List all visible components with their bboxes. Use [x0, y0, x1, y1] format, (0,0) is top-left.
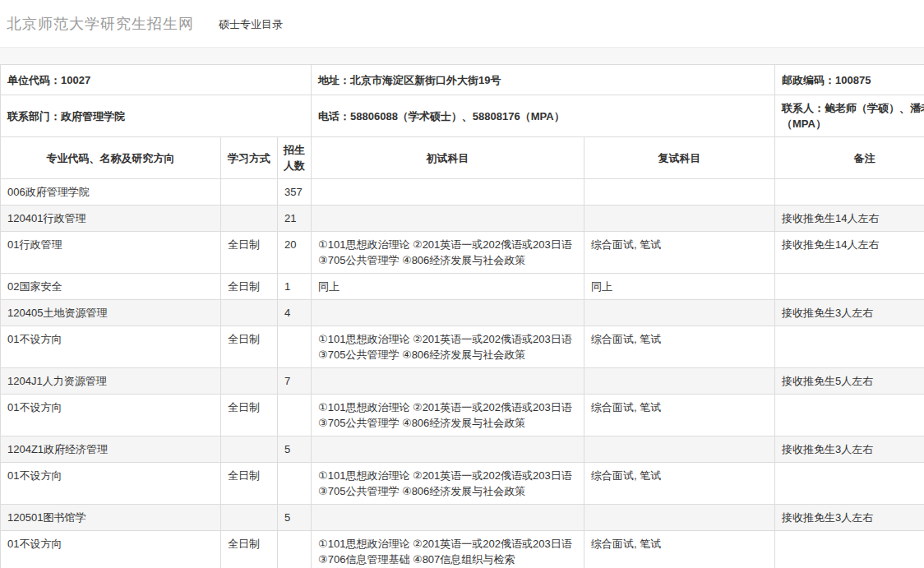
program-name-cell: 120405土地资源管理 — [1, 300, 221, 326]
initial-exam-cell — [312, 505, 584, 531]
col-header-program: 专业代码、名称及研究方向 — [1, 137, 221, 179]
program-name-cell: 1204J1人力资源管理 — [1, 368, 221, 395]
retest-exam-cell: 综合面试, 笔试 — [584, 531, 775, 568]
enrollment-cell: 21 — [278, 205, 312, 232]
initial-exam-cell — [312, 436, 584, 463]
col-header-enrollment: 招生人数 — [278, 137, 312, 179]
catalog-table-body: 单位代码：10027 地址：北京市海淀区新街口外大街19号 邮政编码：10087… — [1, 65, 924, 568]
retest-exam-cell: 综合面试, 笔试 — [584, 395, 775, 436]
table-row: 120405土地资源管理 4 接收推免生3人左右 — [1, 300, 924, 326]
retest-exam-cell — [584, 368, 775, 395]
enrollment-cell: 4 — [278, 300, 312, 326]
retest-exam-cell — [584, 205, 775, 232]
site-header: 北京师范大学研究生招生网 硕士专业目录 — [0, 0, 924, 47]
retest-exam-cell — [584, 505, 775, 531]
initial-exam-cell: ①101思想政治理论 ②201英语一或202俄语或203日语 ③705公共管理学… — [312, 395, 584, 436]
address-cell: 地址：北京市海淀区新街口外大街19号 — [312, 65, 775, 95]
study-mode-cell — [221, 300, 278, 326]
enrollment-cell — [278, 463, 312, 505]
study-mode-cell: 全日制 — [221, 326, 278, 368]
study-mode-cell — [221, 436, 278, 463]
col-header-study-mode: 学习方式 — [221, 137, 278, 179]
phone-cell: 电话：58806088（学术硕士）、58808176（MPA） — [312, 95, 775, 137]
table-header-row: 专业代码、名称及研究方向 学习方式 招生人数 初试科目 复试科目 备注 — [1, 137, 924, 179]
enrollment-cell — [278, 326, 312, 368]
initial-exam-cell: ①101思想政治理论 ②201英语一或202俄语或203日语 ③705公共管理学… — [312, 232, 584, 274]
table-row: 01不设方向 全日制 ①101思想政治理论 ②201英语一或202俄语或203日… — [1, 463, 924, 505]
table-row: 01不设方向 全日制 ①101思想政治理论 ②201英语一或202俄语或203日… — [1, 395, 924, 436]
table-row: 01不设方向 全日制 ①101思想政治理论 ②201英语一或202俄语或203日… — [1, 531, 924, 568]
note-cell: 接收推免生14人左右 — [775, 205, 924, 232]
program-name-cell: 01不设方向 — [1, 395, 221, 436]
note-cell — [775, 395, 924, 436]
initial-exam-cell — [312, 300, 584, 326]
initial-exam-cell: ①101思想政治理论 ②201英语一或202俄语或203日语 ③705公共管理学… — [312, 463, 584, 505]
enrollment-cell — [278, 395, 312, 436]
unit-code-cell: 单位代码：10027 — [1, 65, 312, 95]
enrollment-cell: 357 — [278, 179, 312, 205]
postal-code-cell: 邮政编码：100875 — [775, 65, 924, 95]
table-row: 01行政管理 全日制 20 ①101思想政治理论 ②201英语一或202俄语或2… — [1, 232, 924, 274]
program-name-cell: 120401行政管理 — [1, 205, 221, 232]
initial-exam-cell: ①101思想政治理论 ②201英语一或202俄语或203日语 ③706信息管理基… — [312, 531, 584, 568]
initial-exam-cell: 同上 — [312, 274, 584, 300]
initial-exam-cell — [312, 179, 584, 205]
retest-exam-cell — [584, 436, 775, 463]
retest-exam-cell — [584, 179, 775, 205]
department-cell: 联系部门：政府管理学院 — [1, 95, 312, 137]
study-mode-cell — [221, 368, 278, 395]
col-header-note: 备注 — [775, 137, 924, 179]
study-mode-cell: 全日制 — [221, 232, 278, 274]
col-header-initial-exam: 初试科目 — [312, 137, 584, 179]
table-row: 01不设方向 全日制 ①101思想政治理论 ②201英语一或202俄语或203日… — [1, 326, 924, 368]
program-name-cell: 01不设方向 — [1, 326, 221, 368]
contact-cell: 联系人：鲍老师（学硕）、潘老师（MPA） — [775, 95, 924, 137]
program-name-cell: 01不设方向 — [1, 463, 221, 505]
table-row: 120501图书馆学 5 接收推免生3人左右 — [1, 505, 924, 531]
enrollment-cell: 7 — [278, 368, 312, 395]
catalog-table: 单位代码：10027 地址：北京市海淀区新街口外大街19号 邮政编码：10087… — [0, 64, 924, 568]
initial-exam-cell — [312, 205, 584, 232]
study-mode-cell — [221, 205, 278, 232]
note-cell: 接收推免生3人左右 — [775, 300, 924, 326]
retest-exam-cell: 综合面试, 笔试 — [584, 463, 775, 505]
initial-exam-cell — [312, 368, 584, 395]
retest-exam-cell — [584, 300, 775, 326]
note-cell: 接收推免生5人左右 — [775, 368, 924, 395]
note-cell — [775, 531, 924, 568]
header-divider-band — [0, 47, 924, 64]
study-mode-cell: 全日制 — [221, 395, 278, 436]
note-cell: 接收推免生3人左右 — [775, 505, 924, 531]
note-cell: 接收推免生14人左右 — [775, 232, 924, 274]
table-row: 02国家安全 全日制 1 同上 同上 — [1, 274, 924, 300]
retest-exam-cell: 综合面试, 笔试 — [584, 232, 775, 274]
program-name-cell: 120501图书馆学 — [1, 505, 221, 531]
retest-exam-cell: 同上 — [584, 274, 775, 300]
program-name-cell: 01不设方向 — [1, 531, 221, 568]
note-cell — [775, 274, 924, 300]
program-name-cell: 02国家安全 — [1, 274, 221, 300]
program-name-cell: 1204Z1政府经济管理 — [1, 436, 221, 463]
study-mode-cell: 全日制 — [221, 274, 278, 300]
initial-exam-cell: ①101思想政治理论 ②201英语一或202俄语或203日语 ③705公共管理学… — [312, 326, 584, 368]
note-cell: 接收推免生3人左右 — [775, 436, 924, 463]
site-title[interactable]: 北京师范大学研究生招生网 — [7, 14, 194, 34]
note-cell — [775, 179, 924, 205]
info-row-contact: 联系部门：政府管理学院 电话：58806088（学术硕士）、58808176（M… — [1, 95, 924, 137]
study-mode-cell: 全日制 — [221, 463, 278, 505]
program-name-cell: 006政府管理学院 — [1, 179, 221, 205]
col-header-retest-exam: 复试科目 — [584, 137, 775, 179]
study-mode-cell: 全日制 — [221, 531, 278, 568]
note-cell — [775, 326, 924, 368]
program-name-cell: 01行政管理 — [1, 232, 221, 274]
info-row-unit: 单位代码：10027 地址：北京市海淀区新街口外大街19号 邮政编码：10087… — [1, 65, 924, 95]
study-mode-cell — [221, 505, 278, 531]
study-mode-cell — [221, 179, 278, 205]
retest-exam-cell: 综合面试, 笔试 — [584, 326, 775, 368]
note-cell — [775, 463, 924, 505]
enrollment-cell: 5 — [278, 505, 312, 531]
table-row: 120401行政管理 21 接收推免生14人左右 — [1, 205, 924, 232]
table-row: 006政府管理学院 357 — [1, 179, 924, 205]
table-row: 1204Z1政府经济管理 5 接收推免生3人左右 — [1, 436, 924, 463]
table-row: 1204J1人力资源管理 7 接收推免生5人左右 — [1, 368, 924, 395]
